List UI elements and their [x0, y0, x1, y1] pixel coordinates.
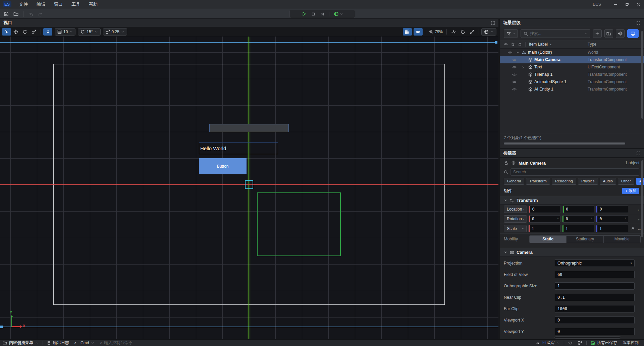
add-folder-button[interactable] — [604, 29, 613, 38]
grid-snap-dropdown[interactable]: 10 — [55, 28, 75, 36]
select-tool-button[interactable] — [2, 28, 11, 36]
rotation-z-field[interactable]: 0° — [596, 215, 628, 223]
console-command-input[interactable]: > 输入控制台命令 — [97, 340, 135, 346]
fit-view-button[interactable] — [467, 28, 476, 36]
cmd-dropdown[interactable]: >_ Cmd — [72, 340, 97, 346]
hierarchy-expand-icon[interactable] — [636, 21, 641, 25]
menu-file[interactable]: 文件 — [15, 0, 32, 9]
location-dropdown[interactable]: Location — [504, 206, 527, 213]
visibility-eye-icon[interactable] — [512, 65, 517, 69]
inspector-horizontal-scrollbar[interactable] — [554, 336, 621, 339]
tree-row-tilemap[interactable]: Tilemap 1 TransformComponent — [500, 71, 644, 78]
hierarchy-search-input[interactable] — [530, 31, 582, 36]
hierarchy-horizontal-scrollbar[interactable] — [500, 142, 644, 145]
far-clip-input[interactable]: 1000 — [555, 305, 635, 312]
hierarchy-settings-button[interactable] — [616, 29, 625, 38]
rotation-x-field[interactable]: 0° — [529, 215, 561, 223]
add-component-button[interactable]: + 添加 — [622, 188, 639, 194]
rotation-dropdown[interactable]: Rotation — [504, 215, 527, 223]
chevron-down-icon[interactable] — [516, 51, 520, 54]
orthographic-size-input[interactable]: 1 — [555, 282, 635, 290]
viewport-y-input[interactable]: 0 — [555, 328, 635, 335]
scale-tool-button[interactable] — [29, 28, 38, 36]
zoom-level-control[interactable]: 79% — [429, 30, 443, 34]
hierarchy-search-box[interactable] — [521, 29, 590, 38]
tilemap-object[interactable] — [209, 124, 289, 132]
minimize-button[interactable] — [610, 0, 621, 9]
camera-bounds-handle[interactable] — [495, 41, 497, 44]
filter-dropdown[interactable] — [504, 29, 518, 38]
animated-sprite-bounds[interactable] — [257, 192, 341, 256]
mobility-stationary[interactable]: Stationary — [567, 236, 603, 243]
type-column-header[interactable]: Type — [588, 42, 596, 47]
item-label-column-header[interactable]: Item Label ▲ — [529, 42, 552, 47]
selected-entity-gizmo[interactable] — [245, 180, 253, 189]
redo-icon[interactable] — [37, 11, 44, 17]
lock-column-icon[interactable] — [518, 42, 522, 46]
save-status[interactable]: 所有已保存 — [588, 340, 620, 346]
scale-dropdown[interactable]: Scale — [504, 225, 527, 232]
rotation-snap-dropdown[interactable]: 15° — [78, 28, 100, 36]
output-log-button[interactable]: 输出日志 — [44, 340, 72, 346]
transform-section-header[interactable]: Transform — [500, 196, 644, 205]
menu-window[interactable]: 窗口 — [50, 0, 67, 9]
scale-x-field[interactable]: 1 — [528, 225, 560, 232]
open-folder-icon[interactable] — [12, 11, 19, 17]
move-tool-button[interactable] — [11, 28, 20, 36]
link-axes-icon[interactable]: ↔ — [637, 207, 641, 212]
field-of-view-input[interactable]: 60 — [555, 271, 635, 278]
tree-row-ai-entity[interactable]: AI Entity 1 TransformComponent — [500, 85, 644, 93]
tab-other[interactable]: Other — [618, 178, 634, 185]
gear-icon[interactable] — [511, 161, 516, 165]
favorite-column-icon[interactable] — [511, 42, 515, 46]
tree-row-text[interactable]: Text UITextComponent — [500, 63, 644, 71]
undo-icon[interactable] — [28, 11, 34, 17]
save-icon[interactable] — [3, 11, 9, 17]
tab-physics[interactable]: Physics — [578, 178, 598, 185]
scale-y-field[interactable]: 1 — [562, 225, 594, 232]
ui-text-object[interactable]: Hello World — [199, 142, 278, 154]
visibility-eye-icon[interactable] — [512, 72, 517, 77]
inspector-expand-icon[interactable] — [636, 151, 641, 156]
lock-icon[interactable] — [504, 161, 508, 165]
visibility-column-icon[interactable] — [504, 42, 508, 46]
maximize-button[interactable] — [621, 0, 633, 9]
grid-visibility-button[interactable] — [403, 28, 412, 36]
inspector-search-input[interactable] — [513, 170, 637, 174]
scale-snap-dropdown[interactable]: 0.25 — [103, 28, 127, 36]
stop-button[interactable] — [311, 12, 316, 16]
tab-audio[interactable]: Audio — [600, 178, 616, 185]
ui-button-object[interactable]: Button — [199, 158, 247, 174]
viewport-expand-icon[interactable] — [491, 21, 495, 25]
step-button[interactable] — [320, 12, 325, 16]
scene-canvas[interactable]: Hello World Button Y X — [0, 37, 498, 339]
inspector-search-box[interactable] — [511, 168, 639, 176]
trace-dropdown[interactable]: 回追踪 — [534, 340, 562, 346]
tab-general[interactable]: General — [504, 178, 524, 185]
content-drawer-button[interactable]: 内容侧滑菜单 — [0, 340, 41, 346]
camera-bounds-handle[interactable] — [0, 326, 3, 328]
menu-help[interactable]: 帮助 — [85, 0, 102, 9]
mobility-static[interactable]: Static — [530, 236, 567, 243]
close-button[interactable] — [633, 0, 644, 9]
source-control-branch-icon[interactable] — [575, 340, 585, 346]
visibility-eye-icon[interactable] — [512, 87, 517, 92]
menu-tools[interactable]: 工具 — [67, 0, 85, 9]
snap-toggle-button[interactable] — [43, 28, 52, 36]
rotation-y-field[interactable]: 0° — [562, 215, 594, 223]
scale-z-field[interactable]: 1 — [596, 225, 628, 232]
chevron-right-icon[interactable] — [521, 65, 525, 69]
visibility-options-button[interactable] — [414, 28, 423, 36]
run-target-dropdown[interactable] — [334, 11, 343, 16]
location-x-field[interactable]: 0 — [529, 206, 561, 213]
stats-overlay-button[interactable] — [449, 28, 458, 36]
view-mode-button[interactable] — [627, 29, 639, 38]
visibility-eye-icon[interactable] — [508, 50, 512, 55]
visibility-eye-icon[interactable] — [512, 80, 517, 84]
rotate-tool-button[interactable] — [20, 28, 29, 36]
tab-rendering[interactable]: Rendering — [552, 178, 576, 185]
uniform-scale-lock-icon[interactable] — [631, 227, 635, 231]
near-clip-input[interactable]: 0.1 — [555, 294, 635, 301]
viewport-x-input[interactable]: 0 — [555, 316, 635, 324]
play-button[interactable] — [302, 11, 307, 16]
